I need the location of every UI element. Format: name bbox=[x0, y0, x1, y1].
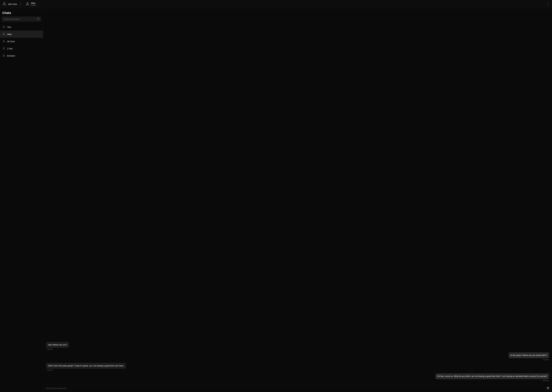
svg-point-2 bbox=[37, 18, 39, 20]
sidebar: Chats Tom bbox=[0, 8, 43, 392]
header-right: Mike Online ⋮ bbox=[22, 2, 550, 6]
message-input[interactable] bbox=[45, 386, 544, 390]
contact-item-eminem[interactable]: Eminem bbox=[0, 52, 43, 59]
message-time: 5:40 PM bbox=[542, 380, 549, 382]
search-icon bbox=[37, 18, 40, 21]
message-bubble: Hey! Where are you? bbox=[46, 342, 69, 348]
send-button[interactable] bbox=[546, 386, 550, 390]
contact-avatar-icon bbox=[2, 47, 6, 50]
contact-name: Eminem bbox=[7, 55, 15, 57]
contact-item-mike[interactable]: Mike bbox=[0, 31, 43, 38]
app-container: John Doe ⋮ Mike Online ⋮ Chats bbox=[0, 0, 552, 392]
sidebar-title: Chats bbox=[0, 8, 43, 16]
svg-point-7 bbox=[3, 47, 4, 48]
svg-point-4 bbox=[3, 26, 4, 27]
contact-avatar-icon bbox=[2, 40, 6, 43]
contact-name: Mike bbox=[7, 33, 12, 35]
header-left: John Doe ⋮ bbox=[2, 2, 22, 6]
svg-point-1 bbox=[27, 3, 28, 4]
message-time: 5:30 PM bbox=[46, 348, 53, 350]
contacts-list: Tom Mike 50 Cent 2 Pac Emine bbox=[0, 23, 43, 392]
message-group-4: Oh fam, come on. What do you think I am … bbox=[46, 373, 549, 382]
contact-avatar-icon bbox=[2, 25, 6, 28]
message-group-3: Ohh!! how's the party going? I hope it's… bbox=[46, 363, 549, 371]
active-chat-user-info: Mike Online bbox=[25, 2, 36, 6]
contact-avatar-icon bbox=[2, 54, 6, 57]
message-time: 5:31 PM bbox=[542, 359, 549, 361]
message-bubble: Oh fam, come on. What do you think I am … bbox=[435, 373, 549, 379]
chat-more-options-icon[interactable]: ⋮ bbox=[546, 2, 550, 6]
active-user-name: Mike bbox=[31, 2, 36, 4]
current-user-name: John Doe bbox=[8, 3, 17, 5]
svg-line-3 bbox=[39, 19, 39, 20]
contact-name: Tom bbox=[7, 26, 11, 28]
message-group-2: At the party? Where are you dumb bitch? … bbox=[46, 352, 549, 361]
contact-name: 2 Pac bbox=[7, 47, 13, 50]
contact-item-50-cent[interactable]: 50 Cent bbox=[0, 38, 43, 45]
header: John Doe ⋮ Mike Online ⋮ bbox=[0, 0, 552, 8]
search-input[interactable] bbox=[2, 16, 41, 22]
messages-container: Hey! Where are you? 5:30 PM At the party… bbox=[43, 8, 552, 384]
search-container bbox=[2, 16, 41, 22]
contact-name: 50 Cent bbox=[7, 40, 15, 43]
svg-point-0 bbox=[4, 3, 5, 4]
message-time: 5:34 PM bbox=[46, 369, 53, 371]
message-group-1: Hey! Where are you? 5:30 PM bbox=[46, 342, 549, 350]
active-user-status: Online bbox=[31, 4, 36, 6]
current-user-info: John Doe bbox=[2, 2, 17, 6]
contact-item-2-pac[interactable]: 2 Pac bbox=[0, 45, 43, 52]
svg-point-8 bbox=[3, 55, 4, 56]
current-user-more-icon[interactable]: ⋮ bbox=[18, 2, 22, 6]
input-area bbox=[43, 384, 552, 392]
chat-area: Hey! Where are you? 5:30 PM At the party… bbox=[43, 8, 552, 392]
svg-point-5 bbox=[3, 33, 4, 34]
contact-item-tom[interactable]: Tom bbox=[0, 23, 43, 31]
active-user-avatar-icon bbox=[25, 2, 29, 6]
current-user-avatar-icon bbox=[2, 2, 6, 6]
active-user-details: Mike Online bbox=[31, 2, 36, 6]
svg-point-6 bbox=[3, 40, 4, 41]
contact-avatar-icon bbox=[2, 33, 6, 36]
main-layout: Chats Tom bbox=[0, 8, 552, 392]
message-bubble: Ohh!! how's the party going? I hope it's… bbox=[46, 363, 126, 369]
message-bubble: At the party? Where are you dumb bitch? bbox=[508, 352, 549, 358]
